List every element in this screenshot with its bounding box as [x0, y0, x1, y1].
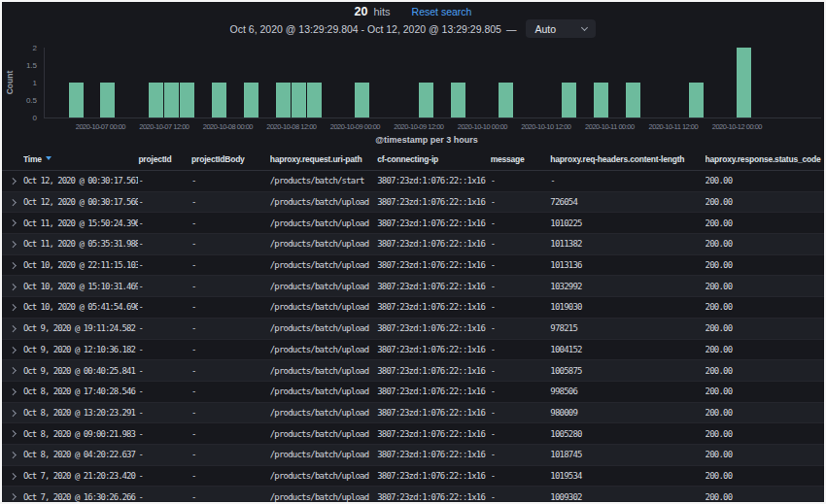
cell-status-code: 200.00: [706, 345, 824, 354]
expand-row-icon[interactable]: [10, 367, 16, 373]
cell-ip: 3807:23zd:1:076:22::1x16: [377, 323, 490, 333]
expand-cell: [2, 242, 23, 247]
cell-content-length: 1019030: [550, 302, 705, 312]
histogram-bar[interactable]: [737, 48, 751, 118]
cell-projectId: -: [138, 218, 191, 228]
expand-row-icon[interactable]: [10, 178, 16, 184]
cell-time: Oct 8, 2020 @ 09:00:21.983: [23, 429, 138, 439]
cell-uri-path: /products/batch/upload: [270, 408, 377, 418]
cell-ip: 3807:23zd:1:076:22::1x16: [377, 429, 490, 439]
cell-status-code: 200.00: [706, 197, 824, 207]
histogram-bar[interactable]: [499, 83, 513, 118]
cell-message: -: [491, 408, 551, 418]
histogram-bar[interactable]: [355, 83, 369, 118]
cell-uri-path: /products/batch/upload: [270, 450, 377, 459]
histogram-bar[interactable]: [562, 83, 576, 118]
cell-projectIdBody: -: [191, 408, 270, 418]
table-row: Oct 9, 2020 @ 00:40:25.841--/products/ba…: [2, 360, 824, 382]
histogram-bar[interactable]: [419, 83, 433, 118]
expand-row-icon[interactable]: [10, 473, 16, 479]
expand-row-icon[interactable]: [10, 347, 16, 353]
cell-content-length: 1011382: [550, 239, 705, 249]
cell-ip: 3807:23zd:1:076:22::1x16: [377, 176, 490, 185]
expand-cell: [2, 326, 23, 331]
expand-cell: [2, 179, 23, 184]
column-header-uri-path[interactable]: haproxy.request.uri-path: [270, 154, 377, 164]
cell-status-code: 200.00: [706, 386, 824, 396]
cell-projectIdBody: -: [191, 282, 270, 291]
expand-row-icon[interactable]: [10, 304, 16, 310]
cell-projectId: -: [138, 429, 191, 439]
histogram-bar[interactable]: [689, 83, 704, 118]
y-tick-label: 1.5: [14, 61, 37, 70]
histogram-bar[interactable]: [164, 83, 179, 118]
cell-content-length: 1019534: [550, 471, 705, 481]
cell-projectId: -: [138, 239, 191, 249]
cell-uri-path: /products/batch/upload: [270, 260, 377, 270]
table-row: Oct 11, 2020 @ 15:50:24.396--/products/b…: [2, 213, 824, 234]
cell-projectIdBody: -: [191, 218, 270, 228]
histogram-bar[interactable]: [149, 83, 163, 118]
cell-projectIdBody: -: [191, 492, 270, 502]
histogram-bar[interactable]: [212, 83, 226, 118]
column-header-projectId[interactable]: projectId: [138, 154, 191, 164]
histogram-bar[interactable]: [244, 83, 258, 118]
cell-content-length: 1004152: [550, 345, 705, 354]
cell-projectIdBody: -: [191, 450, 270, 459]
cell-projectId: -: [138, 302, 191, 312]
table-header-row: TimeprojectIdprojectIdBodyhaproxy.reques…: [2, 148, 824, 171]
expand-row-icon[interactable]: [10, 493, 16, 499]
expand-row-icon[interactable]: [10, 220, 16, 226]
expand-row-icon[interactable]: [10, 410, 16, 416]
histogram-bar[interactable]: [69, 83, 84, 118]
cell-projectIdBody: -: [191, 429, 270, 439]
cell-projectIdBody: -: [191, 239, 270, 249]
cell-content-length: 1009302: [550, 492, 705, 502]
histogram-bar[interactable]: [180, 83, 194, 118]
histogram-bar[interactable]: [276, 83, 291, 118]
cell-message: -: [491, 471, 551, 481]
cell-ip: 3807:23zd:1:076:22::1x16: [377, 218, 490, 228]
histogram-bar[interactable]: [292, 83, 306, 118]
column-header-ip[interactable]: cf-connecting-ip: [377, 154, 490, 164]
cell-time: Oct 7, 2020 @ 21:20:23.420: [23, 471, 138, 481]
expand-row-icon[interactable]: [10, 430, 16, 436]
sort-desc-icon[interactable]: [46, 156, 52, 160]
expand-row-icon[interactable]: [10, 325, 16, 331]
expand-cell: [2, 368, 23, 373]
documents-table: Oct 12, 2020 @ 00:30:17.561--/products/b…: [2, 171, 824, 504]
table-row: Oct 9, 2020 @ 19:11:24.582--/products/ba…: [2, 319, 824, 340]
expand-row-icon[interactable]: [10, 262, 16, 268]
expand-row-icon[interactable]: [10, 284, 16, 289]
histogram-bar[interactable]: [451, 83, 465, 118]
cell-ip: 3807:23zd:1:076:22::1x16: [377, 282, 490, 291]
expand-cell: [2, 494, 23, 499]
cell-uri-path: /products/batch/upload: [270, 323, 377, 333]
histogram-bar[interactable]: [100, 83, 115, 118]
column-header-status-code[interactable]: haproxy.response.status_code: [706, 154, 824, 164]
cell-ip: 3807:23zd:1:076:22::1x16: [377, 471, 490, 481]
expand-row-icon[interactable]: [10, 199, 16, 205]
expand-row-icon[interactable]: [10, 452, 16, 457]
expand-row-icon[interactable]: [10, 388, 16, 394]
y-tick-label: 2: [14, 44, 37, 52]
cell-uri-path: /products/batch/upload: [270, 386, 377, 396]
cell-message: -: [491, 323, 551, 333]
expand-row-icon[interactable]: [10, 241, 16, 247]
cell-uri-path: /products/batch/upload: [270, 471, 377, 481]
cell-time: Oct 11, 2020 @ 05:35:31.988: [23, 239, 138, 249]
column-header-message[interactable]: message: [491, 154, 551, 164]
histogram-bar[interactable]: [594, 83, 608, 118]
column-header-projectIdBody[interactable]: projectIdBody: [191, 154, 270, 164]
cell-projectId: -: [138, 408, 191, 418]
cell-content-length: 1032992: [550, 282, 705, 291]
cell-message: -: [491, 345, 551, 354]
column-header-content-length[interactable]: haproxy.req-headers.content-length: [550, 154, 705, 164]
histogram-bar[interactable]: [626, 83, 640, 118]
cell-content-length: 1010225: [550, 218, 705, 228]
cell-status-code: 200.00: [706, 408, 824, 418]
column-header-time[interactable]: Time: [23, 154, 138, 164]
cell-message: -: [491, 218, 551, 228]
histogram-bar[interactable]: [307, 83, 322, 118]
cell-status-code: 200.00: [706, 282, 824, 291]
